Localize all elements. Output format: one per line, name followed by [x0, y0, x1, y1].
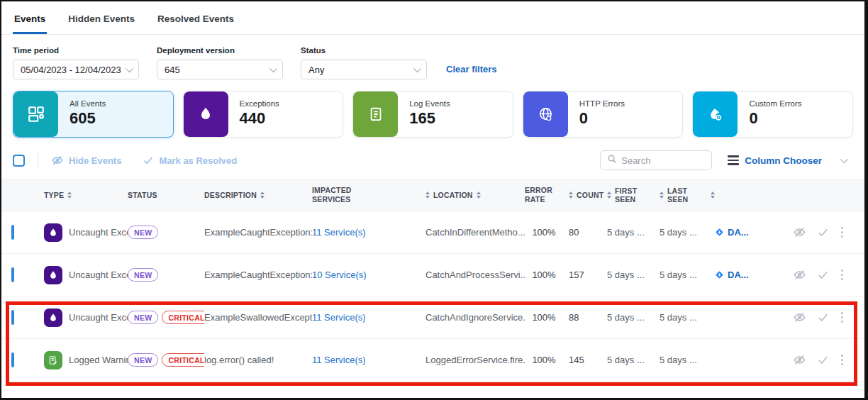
row-checkbox[interactable]	[11, 225, 14, 240]
tab-resolved-events[interactable]: Resolved Events	[156, 11, 235, 34]
resolve-check-icon[interactable]	[817, 226, 829, 238]
time-period-value: 05/04/2023 - 12/04/2023	[21, 65, 121, 75]
search-icon	[607, 154, 617, 167]
header-type[interactable]: Type	[44, 191, 128, 199]
row-menu-icon[interactable]	[840, 268, 845, 282]
table-row: Logged Warning NEWCRITICAL log.error() c…	[1, 339, 864, 382]
first-seen-cell: 5 days ...	[607, 270, 660, 280]
hide-events-button[interactable]: Hide Events	[51, 154, 121, 167]
hide-event-icon[interactable]	[793, 268, 806, 282]
sort-icon[interactable]	[260, 191, 265, 199]
card-value: 0	[579, 109, 625, 128]
count-cell: 80	[569, 227, 607, 238]
flame-icon	[44, 266, 62, 284]
status-badge-new: NEW	[128, 311, 158, 324]
status-select[interactable]: Any	[301, 60, 427, 79]
sort-icon[interactable]	[569, 191, 573, 199]
impacted-services-link[interactable]: 10 Service(s)	[312, 270, 367, 280]
header-description[interactable]: Description	[204, 191, 312, 199]
count-cell: 157	[569, 270, 607, 280]
card-all-events[interactable]: All Events 605	[13, 91, 174, 138]
card-exceptions[interactable]: Exceptions 440	[183, 91, 344, 138]
count-cell: 145	[569, 355, 607, 365]
impacted-services-link[interactable]: 11 Service(s)	[312, 227, 366, 238]
resolve-check-icon[interactable]	[817, 269, 829, 281]
status-cell: NEWCRITICAL	[128, 353, 204, 367]
flame-icon	[44, 223, 62, 242]
row-menu-icon[interactable]	[840, 226, 845, 240]
hamburger-icon	[728, 155, 739, 165]
table-row: Uncaught Exce... NEW ExampleCaughtExcept…	[1, 254, 864, 296]
tab-events[interactable]: Events	[13, 11, 47, 34]
header-last-seen[interactable]: Last Seen	[660, 187, 715, 204]
sort-icon[interactable]	[425, 191, 430, 199]
tab-hidden-events[interactable]: Hidden Events	[67, 11, 136, 34]
deployment-version-select[interactable]: 645	[157, 60, 283, 79]
header-status[interactable]: Status	[128, 191, 204, 199]
row-checkbox[interactable]	[11, 310, 14, 325]
header-impacted-services[interactable]: Impacted Services	[312, 186, 425, 204]
row-menu-icon[interactable]	[840, 353, 845, 367]
summary-cards: All Events 605 Exceptions 440 Log Events…	[1, 79, 864, 138]
impacted-services-link[interactable]: 11 Service(s)	[312, 312, 366, 323]
last-seen-cell: 5 days ...	[660, 312, 715, 323]
deployment-version-filter: Deployment version 645	[157, 46, 283, 79]
description-cell: ExampleSwallowedExceptio...	[204, 312, 312, 323]
hide-event-icon[interactable]	[793, 226, 806, 239]
card-value: 605	[69, 109, 106, 128]
status-badge-new: NEW	[128, 353, 158, 367]
card-log-events[interactable]: Log Events 165	[352, 91, 513, 138]
type-cell: Uncaught Exce...	[44, 223, 128, 242]
chevron-down-icon	[269, 65, 277, 72]
sort-icon[interactable]	[660, 191, 664, 199]
header-first-seen[interactable]: First Seen	[607, 187, 660, 204]
chevron-down-icon[interactable]	[840, 155, 848, 163]
status-badge-critical: CRITICAL	[162, 311, 204, 324]
card-label: Custom Errors	[749, 99, 801, 108]
divider	[38, 153, 38, 167]
time-period-select[interactable]: 05/04/2023 - 12/04/2023	[13, 60, 139, 79]
row-checkbox[interactable]	[11, 267, 14, 282]
type-cell: Uncaught Exce...	[44, 309, 128, 327]
resolve-check-icon[interactable]	[817, 354, 829, 366]
row-checkbox[interactable]	[11, 352, 14, 367]
last-seen-cell: 5 days ...	[660, 270, 715, 280]
flame-icon	[44, 309, 62, 327]
select-all-checkbox[interactable]	[13, 155, 25, 167]
description-cell: ExampleCaughtException: ...	[204, 227, 312, 238]
location-cell: LoggedErrorService.fire...	[425, 355, 525, 365]
jira-issue-link[interactable]: DA...	[715, 270, 753, 280]
sort-icon[interactable]	[67, 191, 72, 199]
location-cell: CatchAndIgnoreService...	[425, 312, 525, 323]
card-custom-errors[interactable]: Custom Errors 0	[692, 91, 853, 138]
sort-icon[interactable]	[607, 191, 611, 199]
card-http-errors[interactable]: HTTP Errors 0	[523, 91, 684, 138]
header-location[interactable]: Location	[425, 191, 525, 199]
jira-issue-link[interactable]: DA...	[715, 227, 753, 238]
clear-filters-button[interactable]: Clear filters	[446, 64, 497, 74]
mark-resolved-button[interactable]: Mark as Resolved	[143, 155, 237, 166]
impacted-services-link[interactable]: 11 Service(s)	[312, 355, 366, 365]
hide-event-icon[interactable]	[793, 311, 806, 324]
type-label: Logged Warning	[69, 355, 128, 365]
sort-icon[interactable]	[477, 191, 481, 199]
hide-event-icon[interactable]	[793, 353, 806, 367]
status-badge-critical: CRITICAL	[162, 353, 204, 367]
column-chooser-button[interactable]: Column Chooser	[728, 155, 822, 166]
resolve-check-icon[interactable]	[817, 311, 829, 323]
row-menu-icon[interactable]	[840, 311, 845, 325]
tab-bar: Events Hidden Events Resolved Events	[1, 1, 864, 35]
header-error-rate[interactable]: Error Rate	[525, 186, 569, 204]
first-seen-cell: 5 days ...	[607, 312, 660, 323]
error-rate-cell: 100%	[525, 312, 569, 323]
error-rate-cell: 100%	[525, 355, 569, 365]
location-cell: CatchAndProcessServi...	[425, 270, 525, 280]
sort-icon[interactable]	[711, 191, 715, 199]
header-count[interactable]: Count	[569, 191, 607, 199]
type-cell: Uncaught Exce...	[44, 266, 128, 284]
status-cell: NEW	[128, 268, 204, 282]
type-label: Uncaught Exce...	[69, 270, 128, 280]
deployment-version-value: 645	[165, 65, 180, 75]
search-input[interactable]	[621, 155, 699, 166]
check-icon	[143, 155, 154, 166]
